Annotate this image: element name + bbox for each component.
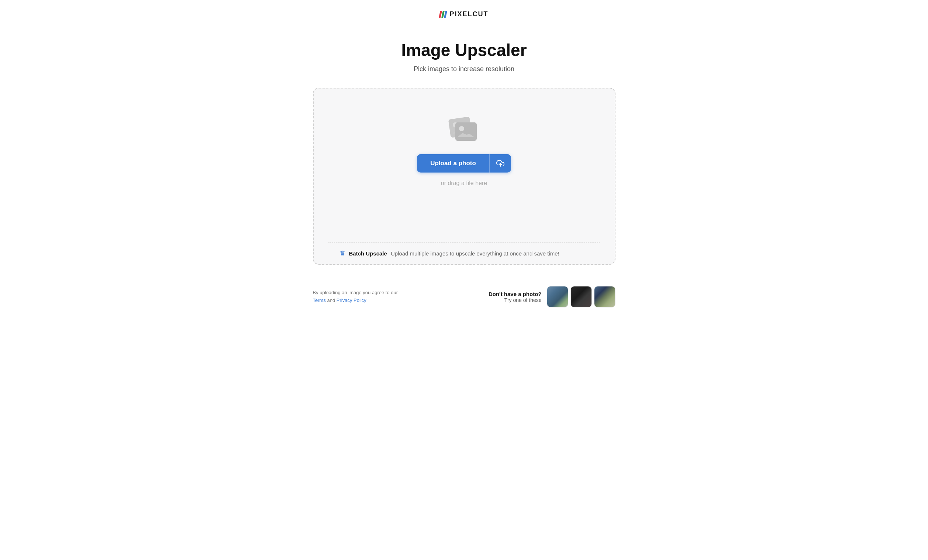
logo: PIXELCUT <box>440 10 488 18</box>
legal-text: By uploading an image you agree to our <box>313 290 398 295</box>
dropzone[interactable]: Upload a photo or drag a file here ♛ Bat… <box>313 88 615 265</box>
terms-link[interactable]: Terms <box>313 298 326 303</box>
page-subtitle: Pick images to increase resolution <box>414 65 514 73</box>
upload-button-group[interactable]: Upload a photo <box>417 154 511 172</box>
footer-samples: Don't have a photo? Try one of these <box>488 286 615 307</box>
footer-legal: By uploading an image you agree to our T… <box>313 289 398 304</box>
cloud-upload-icon <box>496 159 504 167</box>
batch-upscale-bar[interactable]: ♛ Batch Upscale Upload multiple images t… <box>328 242 600 264</box>
crown-icon: ♛ <box>339 249 345 257</box>
no-photo-heading: Don't have a photo? <box>488 291 542 297</box>
sample-image-list <box>547 286 615 307</box>
no-photo-text: Don't have a photo? Try one of these <box>488 291 542 303</box>
sample-image-1[interactable] <box>547 286 568 307</box>
batch-upscale-label: Batch Upscale <box>349 250 387 257</box>
stripe-blue <box>444 11 447 18</box>
drag-hint: or drag a file here <box>441 180 487 187</box>
header: PIXELCUT <box>0 0 928 18</box>
image-placeholder-icon <box>449 118 479 144</box>
upload-photo-button[interactable]: Upload a photo <box>417 154 490 172</box>
try-one-label: Try one of these <box>488 297 542 303</box>
sample-image-3[interactable] <box>594 286 615 307</box>
page-title: Image Upscaler <box>401 40 527 60</box>
batch-upscale-description: Upload multiple images to upscale everyt… <box>391 250 559 257</box>
privacy-link[interactable]: Privacy Policy <box>337 298 366 303</box>
logo-stripes <box>440 11 446 18</box>
logo-text: PIXELCUT <box>449 10 488 18</box>
main-content: Image Upscaler Pick images to increase r… <box>305 18 623 280</box>
sample-image-2[interactable] <box>571 286 592 307</box>
image-icon-front <box>455 122 477 141</box>
footer: By uploading an image you agree to our T… <box>305 280 623 314</box>
and-text: and <box>327 298 337 303</box>
upload-cloud-button[interactable] <box>490 154 511 172</box>
